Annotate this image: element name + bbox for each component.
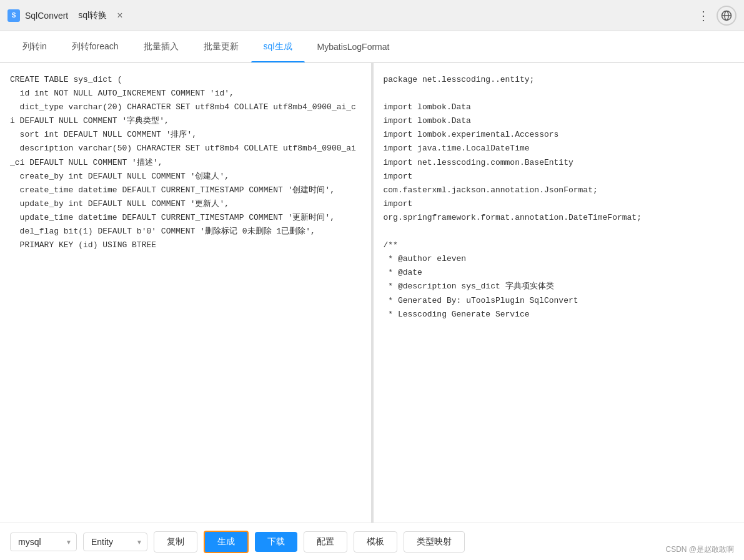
template-button[interactable]: 模板 bbox=[354, 531, 397, 553]
titlebar-left: S SqlConvert sql转换 × bbox=[7, 9, 123, 22]
app-icon: S bbox=[7, 9, 20, 22]
db-type-select[interactable]: mysqlpostgresqloraclesqlserver bbox=[10, 533, 77, 551]
tab-name: sql转换 bbox=[78, 10, 107, 21]
gen-type-select[interactable]: EntityVODTOMapperServiceController bbox=[83, 533, 147, 551]
left-code-panel[interactable]: CREATE TABLE sys_dict ( id int NOT NULL … bbox=[0, 63, 374, 523]
main-content: CREATE TABLE sys_dict ( id int NOT NULL … bbox=[0, 62, 744, 523]
generate-button[interactable]: 生成 bbox=[204, 531, 249, 553]
bottom-toolbar: mysqlpostgresqloraclesqlserver ▼ EntityV… bbox=[0, 523, 744, 560]
tab-batch-insert[interactable]: 批量插入 bbox=[131, 31, 191, 62]
tab-mybatis-log[interactable]: MybatisLogFormat bbox=[305, 31, 402, 62]
download-button[interactable]: 下载 bbox=[255, 532, 297, 552]
type-mapping-button[interactable]: 类型映射 bbox=[404, 531, 465, 553]
tab-close-button[interactable]: × bbox=[117, 11, 122, 21]
footer-credit: CSDN @是赵敢敢啊 bbox=[665, 544, 734, 555]
right-code-panel[interactable]: package net.lesscoding..entity; import l… bbox=[374, 63, 745, 523]
titlebar-right: ⋮ bbox=[697, 6, 737, 26]
config-button[interactable]: 配置 bbox=[304, 531, 347, 553]
menu-dots-icon[interactable]: ⋮ bbox=[697, 8, 709, 23]
tab-batch-update[interactable]: 批量更新 bbox=[191, 31, 251, 62]
tab-col-foreach[interactable]: 列转foreach bbox=[59, 31, 131, 62]
tab-col-in[interactable]: 列转in bbox=[10, 31, 59, 62]
language-icon[interactable] bbox=[717, 6, 737, 26]
tab-sql-gen[interactable]: sql生成 bbox=[251, 31, 305, 62]
copy-button[interactable]: 复制 bbox=[154, 531, 197, 553]
app-name: SqlConvert bbox=[25, 11, 68, 21]
titlebar: S SqlConvert sql转换 × ⋮ bbox=[0, 0, 744, 31]
db-type-select-wrapper: mysqlpostgresqloraclesqlserver ▼ bbox=[10, 533, 77, 551]
gen-type-select-wrapper: EntityVODTOMapperServiceController ▼ bbox=[83, 533, 147, 551]
nav-tabs: 列转in 列转foreach 批量插入 批量更新 sql生成 MybatisLo… bbox=[0, 31, 744, 62]
